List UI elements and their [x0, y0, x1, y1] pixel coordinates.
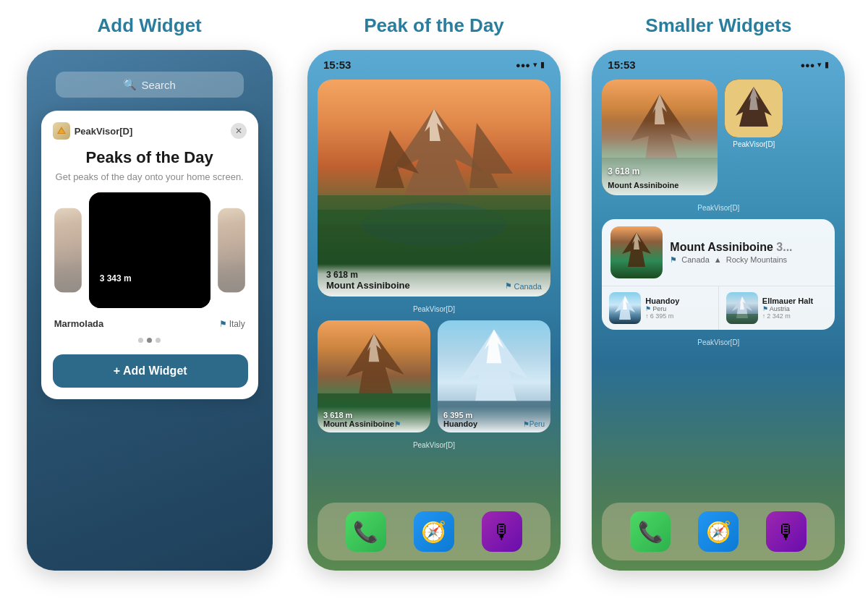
mini-alt-huandoy: ↑ 6 395 m [645, 312, 679, 320]
mini-img-ellmauer [726, 292, 758, 324]
country: ⚑ Italy [219, 319, 245, 329]
phone-dock-2: 📞 🧭 🎙 [318, 503, 550, 560]
sw1-altitude: 3 618 m [323, 411, 425, 419]
column-2-title: Peak of the Day [364, 14, 504, 37]
phone-smaller-widgets: 15:53 ●●● ▾ ▮ [592, 50, 845, 571]
app-label-2: PeakVisor[D] [318, 441, 550, 449]
search-text: Search [141, 79, 176, 91]
widget-bottom-info: Marmolada ⚑ Italy [53, 318, 247, 329]
svg-rect-41 [726, 314, 758, 324]
mini-widget-huandoy: Huandoy ⚑ Peru ↑ 6 395 m [602, 286, 719, 330]
flag-icon-2: ⚑ [505, 281, 512, 291]
column-add-widget: Add Widget 🔍 Search [22, 14, 277, 571]
dock-safari-icon[interactable]: 🧭 [414, 511, 454, 552]
widget-preview: 3 343 m [53, 192, 247, 308]
status-icons-2: ●●● ▾ ▮ [516, 60, 545, 69]
app-logo-icon [53, 122, 70, 140]
signal-icon: ●●● [516, 61, 530, 69]
search-bar[interactable]: 🔍 Search [56, 72, 244, 98]
preview-side-left [54, 208, 82, 293]
mini-widgets-row: Huandoy ⚑ Peru ↑ 6 395 m [602, 286, 835, 330]
sw2-name: Huandoy [443, 419, 477, 428]
status-icons-3: ●●● ▾ ▮ [800, 60, 829, 69]
dot-indicator [53, 338, 247, 343]
svg-rect-14 [318, 195, 550, 224]
add-widget-button[interactable]: + Add Widget [53, 354, 248, 388]
large-widget-assiniboine: 3 618 m Mount Assiniboine ⚑ Canada [318, 80, 550, 297]
phone-dock-3: 📞 🧭 🎙 [602, 503, 835, 560]
status-bar-3: 15:53 ●●● ▾ ▮ [592, 50, 845, 75]
large-widget-country: ⚑ Canada [505, 281, 542, 291]
signal-icon-3: ●●● [800, 61, 814, 69]
phone-content-3: 3 618 m Mount Assiniboine [592, 75, 845, 351]
dot-2 [147, 338, 152, 343]
medium-widget-img [610, 226, 663, 278]
large-widget-info: Mount Assiniboine ⚑ Canada [326, 280, 542, 291]
battery-icon-3: ▮ [825, 60, 829, 69]
sw2-altitude: 6 395 m [443, 411, 545, 419]
mini-widget-ellmauer: Ellmauer Halt ⚑ Austria ↑ 2 342 m [719, 286, 835, 330]
elev-icon-h: ↑ [645, 312, 649, 320]
medium-widget-name: Mount Assiniboine 3... [670, 241, 826, 254]
mini-info-huandoy: Huandoy ⚑ Peru ↑ 6 395 m [645, 297, 679, 320]
status-bar-2: 15:53 ●●● ▾ ▮ [307, 50, 561, 75]
widget-card: PeakVisor[D] ✕ Peaks of the Day Get peak… [41, 111, 258, 399]
app-icon-label: PeakVisor[D] [733, 140, 775, 148]
app-label-1: PeakVisor[D] [318, 305, 550, 313]
flag-e: ⚑ [762, 305, 768, 312]
peak-name: Marmolada [54, 318, 104, 329]
mini-alt-ellmauer: ↑ 2 342 m [762, 312, 813, 320]
column-smaller-widgets: Smaller Widgets 15:53 ●●● ▾ ▮ [591, 14, 846, 571]
dot-3 [156, 338, 161, 343]
top-small-widget: 3 618 m Mount Assiniboine [602, 80, 718, 195]
dock-phone-icon-3[interactable]: 📞 [630, 511, 671, 552]
preview-side-right [218, 208, 245, 293]
medium-widget-regions: ⚑ Canada ▲ Rocky Mountains [670, 255, 826, 265]
card-title: Peaks of the Day [53, 148, 247, 167]
dock-phone-icon[interactable]: 📞 [346, 511, 386, 552]
wifi-icon-3: ▾ [817, 60, 822, 69]
close-button[interactable]: ✕ [231, 123, 247, 139]
dot-1 [138, 338, 143, 343]
mini-name-huandoy: Huandoy [645, 297, 679, 305]
large-widget-peak-name: Mount Assiniboine [326, 280, 410, 291]
mountain-icon-mw: ▲ [714, 255, 722, 264]
phone-add-widget: 🔍 Search PeakVisor[D] ✕ [27, 50, 273, 571]
preview-main: 3 343 m [89, 192, 210, 308]
app-icon-group: PeakVisor[D] [725, 80, 783, 148]
top-widget-name: Mount Assiniboine [608, 181, 678, 189]
widget-card-logo: PeakVisor[D] [53, 122, 133, 140]
svg-rect-6 [89, 192, 210, 308]
elev-icon-e: ↑ [762, 312, 766, 320]
mini-country-huandoy: ⚑ Peru [645, 305, 679, 312]
mini-name-ellmauer: Ellmauer Halt [762, 297, 813, 305]
large-widget-altitude: 3 618 m [326, 270, 542, 280]
status-time-2: 15:53 [323, 59, 351, 71]
app-icon[interactable] [725, 80, 783, 137]
app-label-col3-1: PeakVisor[D] [602, 204, 835, 212]
wifi-icon: ▾ [533, 60, 537, 69]
small-widget-1: 3 618 m Mount Assiniboine⚑ [318, 320, 430, 432]
small-widget-2: 6 395 m Huandoy ⚑Peru [438, 320, 550, 432]
app-name: PeakVisor[D] [75, 126, 133, 137]
mini-country-ellmauer: ⚑ Austria [762, 305, 813, 312]
dock-podcasts-icon[interactable]: 🎙 [482, 511, 522, 552]
search-icon: 🔍 [123, 78, 137, 91]
svg-rect-31 [725, 80, 783, 137]
widget-card-header: PeakVisor[D] ✕ [53, 122, 247, 140]
dock-safari-icon-3[interactable]: 🧭 [698, 511, 739, 552]
flag-icon: ⚑ [219, 319, 227, 329]
status-time-3: 15:53 [608, 59, 635, 71]
flag-icon-mw: ⚑ [670, 255, 677, 265]
phone-content-2: 3 618 m Mount Assiniboine ⚑ Canada PeakV… [307, 75, 561, 453]
app-label-col3-2: PeakVisor[D] [602, 338, 835, 346]
medium-widget: Mount Assiniboine 3... ⚑ Canada ▲ Rocky … [602, 219, 835, 330]
mini-img-huandoy [609, 292, 641, 324]
altitude-badge: 3 343 m [96, 272, 135, 285]
card-subtitle: Get peaks of the day onto your home scre… [53, 171, 247, 182]
top-widget-altitude: 3 618 m [608, 166, 639, 176]
medium-widget-main: Mount Assiniboine 3... ⚑ Canada ▲ Rocky … [602, 219, 835, 286]
sw2-country: ⚑Peru [523, 420, 545, 428]
dock-podcasts-icon-3[interactable]: 🎙 [766, 511, 807, 552]
medium-widget-info: Mount Assiniboine 3... ⚑ Canada ▲ Rocky … [670, 241, 826, 265]
